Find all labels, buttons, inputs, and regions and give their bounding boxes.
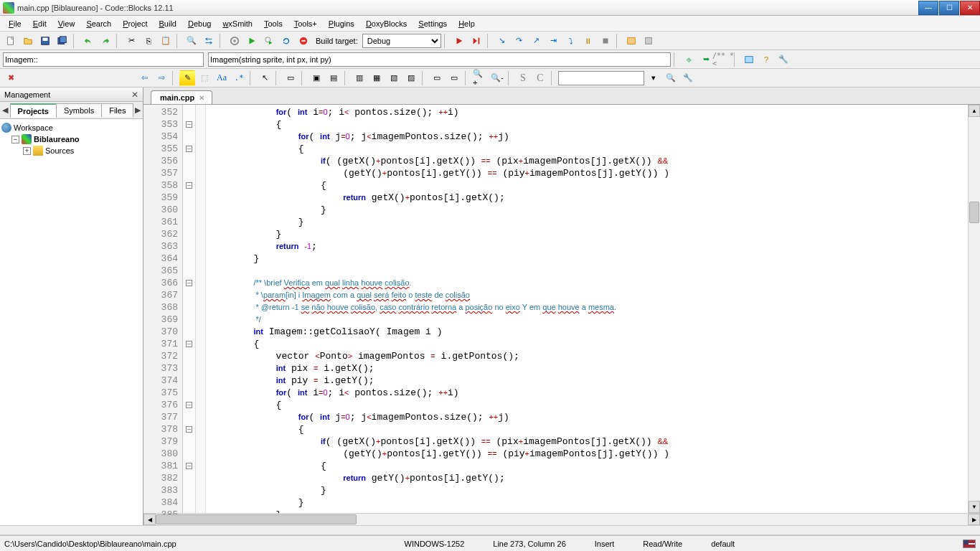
into-instr-button[interactable]: ⤵ (563, 33, 579, 49)
save-button[interactable] (37, 33, 53, 49)
menu-doxyblocks[interactable]: DoxyBlocks (360, 18, 413, 29)
tool-e-button[interactable]: ▦ (369, 70, 385, 86)
regex-button[interactable]: .* (231, 70, 247, 86)
nav-back-button[interactable]: ⇦ (136, 70, 152, 86)
find-button[interactable]: 🔍 (184, 33, 199, 49)
tree-project[interactable]: − Biblaureano (1, 133, 141, 145)
maximize-button[interactable]: ☐ (939, 1, 959, 15)
tool-c-button[interactable]: ▤ (326, 70, 341, 86)
menu-tools[interactable]: Tools (258, 18, 288, 29)
scroll-down-button[interactable]: ▼ (969, 501, 980, 513)
tool-h-button[interactable]: ▭ (429, 70, 445, 86)
search-dropdown-button[interactable]: ▾ (646, 70, 661, 86)
run-button[interactable] (244, 33, 260, 49)
menu-debug[interactable]: Debug (182, 18, 217, 29)
debug-windows-button[interactable] (623, 33, 639, 49)
tool-i-button[interactable]: ▭ (446, 70, 462, 86)
code-editor[interactable]: for( int i=0; i< pontos.size(); ++i) { f… (206, 105, 968, 513)
build-run-button[interactable] (261, 33, 277, 49)
expand-icon[interactable]: + (23, 147, 31, 155)
menu-file[interactable]: File (3, 18, 27, 29)
menu-help[interactable]: Help (453, 18, 481, 29)
tab-symbols[interactable]: Symbols (56, 103, 102, 117)
break-button[interactable]: ⏸ (580, 33, 596, 49)
doxy-run-button[interactable] (741, 52, 757, 67)
menu-project[interactable]: Project (117, 18, 153, 29)
replace-button[interactable] (201, 33, 217, 49)
selection-button[interactable]: ⬚ (197, 70, 212, 86)
function-combo[interactable] (208, 52, 671, 67)
step-out-button[interactable]: ↗ (529, 33, 545, 49)
source-c-button[interactable]: C (532, 70, 548, 86)
build-button[interactable] (227, 33, 242, 49)
next-instr-button[interactable]: ⇥ (546, 33, 562, 49)
doxy-config-button[interactable]: 🔧 (776, 52, 791, 67)
collapse-icon[interactable]: − (11, 136, 19, 143)
vertical-scrollbar[interactable]: ▲ ▼ (968, 105, 980, 513)
tree-workspace[interactable]: Workspace (1, 122, 141, 133)
nav-fwd-button[interactable]: ⇨ (154, 70, 169, 86)
menu-plugins[interactable]: Plugins (323, 18, 360, 29)
undo-button[interactable] (80, 33, 96, 49)
language-flag-icon[interactable] (963, 540, 976, 548)
tool-a-button[interactable]: ▭ (283, 70, 298, 86)
menu-settings[interactable]: Settings (413, 18, 453, 29)
new-file-button[interactable] (3, 33, 19, 49)
menu-build[interactable]: Build (154, 18, 182, 29)
zoom-in-button[interactable]: 🔍+ (472, 70, 488, 86)
copy-button[interactable]: ⎘ (141, 33, 156, 49)
search-go-button[interactable]: 🔍 (663, 70, 679, 86)
tool-g-button[interactable]: ▨ (403, 70, 419, 86)
redo-button[interactable] (98, 33, 113, 49)
doxy-line-button[interactable]: ➥ (698, 52, 714, 67)
search-input[interactable] (558, 71, 644, 85)
tree-sources[interactable]: + Sources (1, 145, 141, 156)
close-button[interactable]: ✕ (960, 1, 980, 15)
fold-gutter[interactable]: −−−−−−−− (183, 105, 196, 513)
select-cursor-button[interactable]: ↖ (257, 70, 273, 86)
minimize-button[interactable]: — (918, 1, 938, 15)
stop-debug-button[interactable] (598, 33, 613, 49)
step-into-button[interactable]: ↘ (494, 33, 510, 49)
highlight-button[interactable]: ✎ (179, 70, 195, 86)
hscroll-thumb[interactable] (156, 514, 357, 524)
menu-search[interactable]: Search (80, 18, 117, 29)
clear-bookmark-button[interactable]: ✖ (3, 70, 19, 86)
run-to-cursor-button[interactable] (468, 33, 484, 49)
build-target-select[interactable]: Debug (362, 34, 441, 48)
management-close-button[interactable]: ✕ (131, 90, 138, 100)
tab-files[interactable]: Files (101, 103, 133, 117)
horizontal-scrollbar[interactable]: ◀ ▶ (143, 513, 980, 525)
scroll-right-button[interactable]: ▶ (968, 514, 980, 525)
abort-button[interactable] (296, 33, 311, 49)
paste-button[interactable]: 📋 (158, 33, 174, 49)
doxy-help-button[interactable]: ? (758, 52, 774, 67)
menu-edit[interactable]: Edit (27, 18, 52, 29)
cut-button[interactable]: ✂ (123, 33, 139, 49)
search-options-button[interactable]: 🔧 (680, 70, 696, 86)
menu-wxsmith[interactable]: wxSmith (217, 18, 258, 29)
doxy-comment-button[interactable]: /** *< (715, 52, 731, 67)
tabs-scroll-left-button[interactable]: ◀ (0, 105, 10, 115)
match-case-button[interactable]: Aa (214, 70, 230, 86)
file-tab-main[interactable]: main.cpp ✕ (151, 90, 212, 104)
menu-view[interactable]: View (52, 18, 81, 29)
scroll-up-button[interactable]: ▲ (969, 105, 980, 117)
vscroll-thumb[interactable] (969, 202, 979, 223)
doxy-block-button[interactable]: ⎆ (681, 52, 697, 67)
project-tree[interactable]: Workspace − Biblaureano + Sources (0, 119, 143, 525)
menu-tools+[interactable]: Tools+ (288, 18, 323, 29)
tool-d-button[interactable]: ▥ (352, 70, 367, 86)
scope-combo[interactable] (3, 52, 204, 67)
file-tab-close-button[interactable]: ✕ (199, 94, 204, 102)
zoom-out-button[interactable]: 🔍- (489, 70, 505, 86)
tabs-scroll-right-button[interactable]: ▶ (133, 105, 143, 115)
tool-b-button[interactable]: ▣ (308, 70, 324, 86)
open-file-button[interactable] (20, 33, 36, 49)
tool-f-button[interactable]: ▧ (386, 70, 402, 86)
source-s-button[interactable]: S (515, 70, 531, 86)
debug-continue-button[interactable] (451, 33, 467, 49)
scroll-left-button[interactable]: ◀ (143, 514, 156, 525)
rebuild-button[interactable] (278, 33, 294, 49)
step-over-button[interactable]: ↷ (512, 33, 527, 49)
